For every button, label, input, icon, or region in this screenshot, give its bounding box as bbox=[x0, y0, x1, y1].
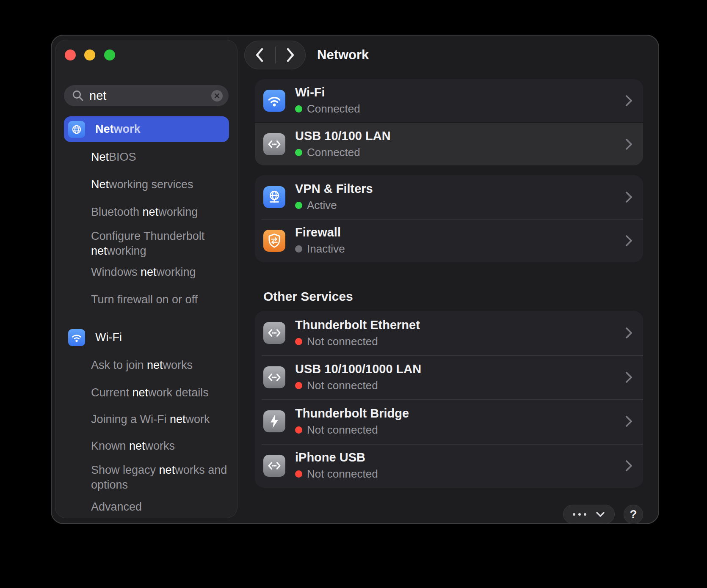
settings-window: Network NetBIOS Networking services Blue… bbox=[51, 35, 659, 524]
sidebar-item-bluetooth-networking[interactable]: Bluetooth networking bbox=[55, 205, 238, 219]
sidebar-item-netbios[interactable]: NetBIOS bbox=[55, 150, 238, 164]
chevron-right-icon bbox=[625, 94, 633, 107]
status-dot bbox=[295, 202, 302, 209]
row-title: Thunderbolt Bridge bbox=[295, 407, 625, 420]
status-text: Not connected bbox=[307, 467, 378, 481]
ethernet-icon bbox=[263, 133, 285, 155]
chevron-down-icon bbox=[596, 511, 605, 517]
zoom-button[interactable] bbox=[104, 49, 115, 60]
chevron-left-icon bbox=[254, 47, 265, 63]
row-title: USB 10/100/1000 LAN bbox=[295, 362, 625, 376]
sidebar-item-joining-a-wifi-network[interactable]: Joining a Wi-Fi network bbox=[55, 412, 238, 426]
ellipsis-icon bbox=[573, 513, 586, 516]
status-dot bbox=[295, 149, 302, 156]
row-title: iPhone USB bbox=[295, 451, 625, 464]
forward-button[interactable] bbox=[276, 41, 306, 69]
sidebar-item-show-legacy-networks-and-options[interactable]: Show legacy networks and options bbox=[55, 463, 238, 492]
nav-pill bbox=[244, 41, 306, 69]
vpn-firewall-card: VPN & Filters Active bbox=[255, 175, 643, 262]
wifi-icon bbox=[68, 329, 85, 346]
status-dot bbox=[295, 426, 302, 434]
sidebar-item-turn-firewall-on-or-off[interactable]: Turn firewall on or off bbox=[55, 292, 238, 307]
search-field[interactable] bbox=[64, 85, 229, 106]
chevron-right-icon bbox=[625, 137, 633, 151]
ethernet-icon bbox=[263, 455, 285, 477]
row-usb-10-100-1000-lan[interactable]: USB 10/100/1000 LAN Not connected bbox=[255, 355, 643, 400]
wifi-icon bbox=[263, 90, 285, 112]
search-input[interactable] bbox=[89, 89, 211, 103]
sidebar-item-advanced[interactable]: Advanced bbox=[55, 500, 238, 514]
status-dot bbox=[295, 245, 302, 253]
status-dot bbox=[295, 470, 302, 478]
row-title: Thunderbolt Ethernet bbox=[295, 318, 625, 332]
sidebar-item-networking-services[interactable]: Networking services bbox=[55, 177, 238, 192]
status-text: Not connected bbox=[307, 379, 378, 392]
sidebar-item-label: Network bbox=[95, 123, 141, 136]
row-thunderbolt-bridge[interactable]: Thunderbolt Bridge Not connected bbox=[255, 399, 643, 444]
status-text: Connected bbox=[307, 146, 360, 159]
ethernet-icon bbox=[263, 366, 285, 388]
minimize-button[interactable] bbox=[84, 49, 95, 60]
status-text: Not connected bbox=[307, 423, 378, 437]
thunderbolt-icon bbox=[263, 410, 285, 432]
chevron-right-icon bbox=[285, 47, 296, 63]
page-title: Network bbox=[317, 47, 369, 63]
chevron-right-icon bbox=[625, 371, 633, 384]
close-button[interactable] bbox=[65, 49, 76, 60]
row-thunderbolt-ethernet[interactable]: Thunderbolt Ethernet Not connected bbox=[255, 311, 643, 355]
sidebar-item-wifi[interactable]: Wi-Fi bbox=[64, 324, 229, 350]
network-services-card: Wi-Fi Connected USB 10/100 LAN bbox=[255, 79, 643, 165]
status-text: Not connected bbox=[307, 335, 378, 348]
row-title: Firewall bbox=[295, 225, 625, 239]
status-text: Active bbox=[307, 199, 337, 212]
row-title: VPN & Filters bbox=[295, 182, 625, 196]
ethernet-icon bbox=[263, 322, 285, 344]
more-options-button[interactable] bbox=[563, 505, 615, 524]
other-services-card: Thunderbolt Ethernet Not connected USB 1… bbox=[255, 311, 643, 488]
row-firewall[interactable]: Firewall Inactive bbox=[255, 219, 643, 262]
search-icon bbox=[72, 89, 84, 102]
globe-icon bbox=[68, 121, 85, 138]
row-wifi[interactable]: Wi-Fi Connected bbox=[255, 79, 643, 122]
sidebar-item-network[interactable]: Network bbox=[64, 116, 229, 142]
chevron-right-icon bbox=[625, 190, 633, 204]
firewall-shield-icon bbox=[263, 230, 285, 252]
row-title: USB 10/100 LAN bbox=[295, 129, 625, 143]
sidebar-item-label: Wi-Fi bbox=[95, 331, 122, 344]
chevron-right-icon bbox=[625, 459, 633, 473]
row-iphone-usb[interactable]: iPhone USB Not connected bbox=[255, 444, 643, 488]
chevron-right-icon bbox=[625, 234, 633, 247]
chevron-right-icon bbox=[625, 415, 633, 428]
row-usb-10-100-lan[interactable]: USB 10/100 LAN Connected bbox=[255, 122, 643, 165]
sidebar-item-ask-to-join-networks[interactable]: Ask to join networks bbox=[55, 358, 238, 372]
sidebar-item-known-networks[interactable]: Known networks bbox=[55, 439, 238, 453]
clear-search-icon[interactable] bbox=[211, 90, 223, 102]
status-text: Connected bbox=[307, 102, 360, 115]
sidebar-item-configure-thunderbolt-networking[interactable]: Configure Thunderbolt networking bbox=[55, 229, 238, 258]
section-title-other-services: Other Services bbox=[263, 289, 353, 304]
row-title: Wi-Fi bbox=[295, 85, 625, 99]
sidebar: Network NetBIOS Networking services Blue… bbox=[55, 40, 238, 518]
status-dot bbox=[295, 382, 302, 389]
sidebar-item-windows-networking[interactable]: Windows networking bbox=[55, 265, 238, 279]
vpn-globe-icon bbox=[263, 186, 285, 208]
status-text: Inactive bbox=[307, 242, 345, 256]
status-dot bbox=[295, 105, 302, 113]
status-dot bbox=[295, 338, 302, 345]
sidebar-item-current-network-details[interactable]: Current network details bbox=[55, 385, 238, 400]
chevron-right-icon bbox=[625, 326, 633, 340]
back-button[interactable] bbox=[245, 41, 275, 69]
help-button[interactable]: ? bbox=[624, 505, 643, 524]
row-vpn-filters[interactable]: VPN & Filters Active bbox=[255, 175, 643, 219]
